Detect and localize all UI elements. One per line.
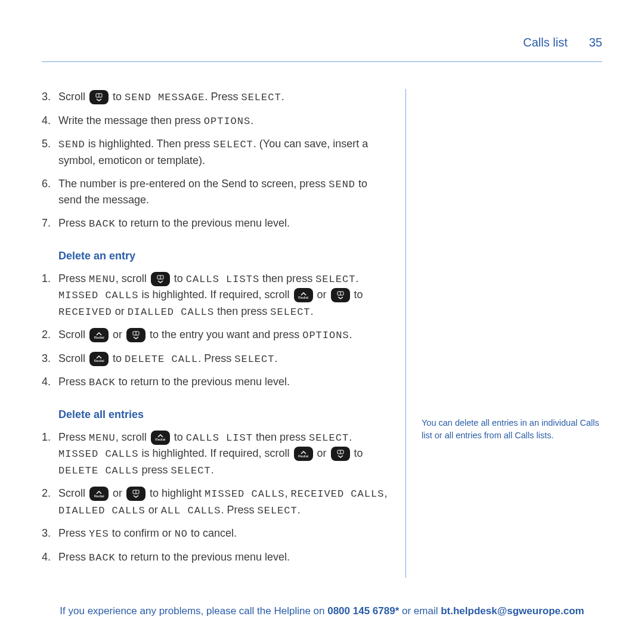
text: Press [58,273,89,284]
text: is highlighted. Then press [85,138,213,150]
text: is highlighted. If required, scroll [138,447,292,459]
step: Scroll to SEND MESSAGE. Press SELECT. [42,89,388,106]
section3-list: Press MENU, scroll Redial to CALLS LIST … [42,429,388,566]
step: Scroll Redial or to highlight MISSED CAL… [42,485,388,518]
step: The number is pre-entered on the Send to… [42,176,388,209]
header-title: Calls list [523,36,567,49]
text: to confirm or [109,527,175,539]
text: to cancel. [188,527,237,539]
footer-text: If you experience any problems, please c… [60,605,327,617]
text: or [110,487,125,499]
ui-text: RECEIVED CALLS [291,488,385,500]
ui-text: SELECT [270,306,310,318]
text: . [250,114,253,126]
footer-phone: 0800 145 6789* [327,605,399,617]
up-redial-icon: Redial [89,328,109,342]
down-book-icon [151,272,170,286]
section2-heading: Delete an entry [42,250,388,262]
text: . [298,504,301,516]
text: . [274,352,277,364]
text: to highlight [147,487,205,499]
text: . [311,305,314,317]
up-redial-icon: Redial [294,288,313,302]
text: Press [58,527,89,539]
footer-email: bt.helpdesk@sgweurope.com [441,605,584,617]
ui-text: RECEIVED [58,306,112,318]
down-book-icon [126,328,145,342]
ui-text: DIALLED CALLS [58,505,145,516]
text: Write the message then press [58,114,204,126]
text: or [145,504,161,516]
ui-text: MENU [89,432,116,444]
ui-text: SELECT [257,505,297,516]
step: Press MENU, scroll to CALLS LISTS then p… [42,271,388,320]
side-note: You can delete all entries in an individ… [422,417,602,442]
text: Scroll [58,91,88,103]
text: to [171,273,186,284]
text: , [285,487,291,499]
text: . [349,329,352,340]
ui-text: SELECT [315,274,355,285]
ui-text: CALLS LISTS [186,274,259,285]
section1-list: Scroll to SEND MESSAGE. Press SELECT. Wr… [42,89,388,232]
text: or [314,289,330,301]
step: Write the message then press OPTIONS. [42,113,388,129]
text: to return to the previous menu level. [116,217,290,229]
ui-text: SELECT [171,465,210,476]
text: to [110,91,125,103]
step: SEND is highlighted. Then press SELECT. … [42,136,388,169]
ui-text: OPTIONS [302,330,349,341]
text: . [355,273,358,284]
ui-text: MISSED CALLS [58,290,138,301]
header-rule [42,61,602,62]
ui-text: MISSED CALLS [58,448,138,460]
ui-text: NO [175,528,188,540]
text: Press [58,551,89,563]
text: to [110,352,125,364]
ui-text: SELECT [234,354,274,365]
side-column: You can delete all entries in an individ… [405,89,602,578]
ui-text: BACK [89,552,116,564]
text: Scroll [58,487,88,499]
step: Press BACK to return to the previous men… [42,374,388,391]
ui-text: DELETE CALL [125,354,198,365]
text: , [384,487,387,499]
page-header: Calls list 35 [42,36,602,49]
ui-text: DIALLED CALLS [128,306,215,318]
text: , scroll [116,431,150,443]
ui-text: YES [89,528,109,540]
ui-text: OPTIONS [204,116,250,127]
section3-heading: Delete all entries [42,408,388,421]
ui-text: MENU [89,274,116,285]
text: to return to the previous menu level. [116,551,290,563]
ui-text: SELECT [213,139,253,150]
ui-text: BACK [89,377,116,388]
text: . Press [198,352,234,364]
ui-text: ALL CALLS [161,505,221,516]
footer: If you experience any problems, please c… [0,605,644,617]
up-redial-icon: Redial [89,352,109,366]
header-page-number: 35 [589,36,602,49]
step: Press BACK to return to the previous men… [42,215,388,232]
text: is highlighted. If required, scroll [138,289,292,301]
ui-text: SEND [58,139,85,150]
text: then press [259,273,315,284]
footer-text: or email [399,605,441,617]
text: . Press [221,504,257,516]
text: . [349,431,352,443]
down-book-icon [126,487,145,501]
ui-text: CALLS LIST [186,432,253,444]
ui-text: SELECT [241,92,281,103]
ui-text: BACK [89,218,116,230]
text: Scroll [58,329,88,340]
text: to [351,289,363,301]
step: Press YES to confirm or NO to cancel. [42,525,388,542]
text: . [211,464,214,476]
text: to [171,431,186,443]
ui-text: DELETE CALLS [58,465,138,476]
up-redial-icon: Redial [89,487,109,501]
step: Press MENU, scroll Redial to CALLS LIST … [42,429,388,479]
text: or [112,305,128,317]
main-column: Scroll to SEND MESSAGE. Press SELECT. Wr… [42,89,405,578]
section2-list: Press MENU, scroll to CALLS LISTS then p… [42,271,388,391]
